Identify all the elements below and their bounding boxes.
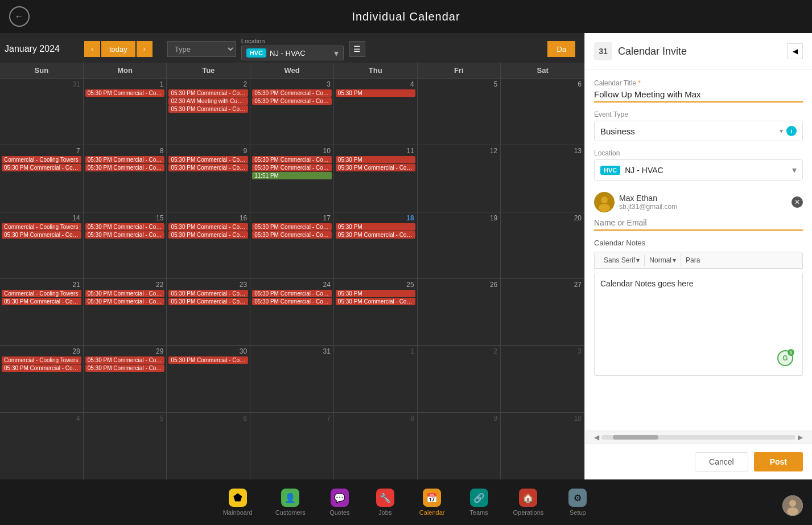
cancel-button[interactable]: Cancel — [695, 452, 748, 471]
user-avatar[interactable] — [782, 495, 803, 516]
da-button[interactable]: Da — [547, 41, 575, 57]
calendar-day[interactable]: 6 — [501, 79, 584, 145]
event-bar[interactable]: 05:30 PM Commercial - Cooling Towers — [85, 356, 165, 364]
event-bar[interactable]: 05:30 PM — [336, 156, 415, 163]
event-bar[interactable]: 05:30 PM Commercial - Cooling Towers — [2, 164, 81, 171]
calendar-day[interactable]: 2505:30 PM05:30 PM Commercial - Cooling … — [334, 279, 418, 345]
calendar-day[interactable]: 31 — [250, 346, 334, 412]
event-bar[interactable]: 05:30 PM Commercial - Cooling Towers — [252, 89, 332, 97]
nav-item-jobs[interactable]: 🔧 Jobs — [362, 484, 408, 520]
nav-item-mainboard[interactable]: ⬟ Mainboard — [212, 484, 264, 520]
calendar-day[interactable]: 1005:30 PM Commercial - Cooling Towers05… — [250, 145, 334, 211]
event-bar[interactable]: 05:30 PM — [336, 223, 415, 231]
calendar-day[interactable]: 8 — [334, 413, 418, 479]
calendar-day[interactable]: 405:30 PM — [334, 79, 418, 145]
location-field-arrow[interactable]: ▾ — [792, 165, 797, 175]
event-bar[interactable]: 05:30 PM Commercial - Cooling Towers — [168, 164, 248, 171]
prev-button[interactable]: ‹ — [84, 41, 100, 57]
nav-item-setup[interactable]: ⚙ Setup — [555, 484, 600, 520]
event-bar[interactable]: 05:30 PM Commercial - Cooling Towers — [85, 290, 165, 297]
calendar-day[interactable]: 305:30 PM Commercial - Cooling Towers05:… — [250, 79, 334, 145]
event-bar[interactable]: 05:30 PM — [336, 89, 415, 97]
calendar-day[interactable]: 3 — [501, 346, 584, 412]
event-bar[interactable]: 05:30 PM Commercial - Cooling Towers — [252, 164, 332, 171]
calendar-day[interactable]: 19 — [418, 212, 501, 278]
event-bar[interactable]: 05:30 PM Commercial - Cooling Towers — [168, 223, 248, 231]
calendar-day[interactable]: 1805:30 PM05:30 PM Commercial - Cooling … — [334, 212, 418, 278]
event-bar[interactable]: 05:30 PM Commercial - Cooling Towers — [168, 156, 248, 163]
event-bar[interactable]: 05:30 PM Commercial - Cooling Towers — [168, 105, 248, 113]
calendar-day[interactable]: 205:30 PM Commercial - Cooling Towers02:… — [167, 79, 250, 145]
remove-attendee-button[interactable]: ✕ — [792, 196, 803, 208]
scroll-left-button[interactable]: ◀ — [594, 433, 599, 441]
calendar-day[interactable]: 5 — [84, 413, 167, 479]
calendar-day[interactable]: 7Commercial - Cooling Towers05:30 PM Com… — [0, 145, 84, 211]
event-bar[interactable]: 05:30 PM Commercial - Cooling Towers — [252, 223, 332, 231]
event-bar[interactable]: 05:30 PM Commercial - Cooling Towers — [85, 156, 165, 163]
event-bar[interactable]: 05:30 PM Commercial - Cooling Towers — [252, 156, 332, 163]
calendar-day[interactable]: 7 — [250, 413, 334, 479]
calendar-day[interactable]: 4 — [0, 413, 84, 479]
calendar-day[interactable]: 1605:30 PM Commercial - Cooling Towers05… — [167, 212, 250, 278]
event-bar[interactable]: 05:30 PM Commercial - Cooling Towers — [168, 231, 248, 239]
notes-content-area[interactable]: Calendar Notes goes here G 1 — [594, 273, 803, 376]
calendar-day[interactable]: 2305:30 PM Commercial - Cooling Towers05… — [167, 279, 250, 345]
next-button[interactable]: › — [137, 41, 152, 57]
event-bar[interactable]: 05:30 PM Commercial - Cooling Towers — [2, 364, 81, 372]
calendar-day[interactable]: 1 — [334, 346, 418, 412]
nav-item-operations[interactable]: 🏠 Operations — [502, 484, 555, 520]
list-view-button[interactable]: ☰ — [349, 41, 365, 57]
calendar-day[interactable]: 10 — [501, 413, 584, 479]
event-bar[interactable]: 05:30 PM Commercial - Cooling Towers — [85, 223, 165, 231]
calendar-day[interactable]: 2205:30 PM Commercial - Cooling Towers05… — [84, 279, 167, 345]
calendar-day[interactable]: 1505:30 PM Commercial - Cooling Towers05… — [84, 212, 167, 278]
back-button[interactable]: ← — [9, 6, 30, 27]
calendar-day[interactable]: 3005:30 PM Commercial - Cooling Towers — [167, 346, 250, 412]
event-bar[interactable]: 05:30 PM — [336, 290, 415, 297]
event-bar[interactable]: 05:30 PM Commercial - Cooling Towers — [336, 231, 415, 239]
event-bar[interactable]: Commercial - Cooling Towers — [2, 356, 81, 364]
nav-item-customers[interactable]: 👤 Customers — [264, 484, 317, 520]
collapse-panel-button[interactable]: ◀ — [787, 43, 803, 59]
calendar-day[interactable]: 31 — [0, 79, 84, 145]
event-type-info-icon[interactable]: i — [786, 126, 797, 136]
event-bar[interactable]: 05:30 PM Commercial - Cooling Towers — [252, 298, 332, 305]
event-bar[interactable]: 05:30 PM Commercial - Cooling Towers — [85, 231, 165, 239]
event-bar[interactable]: 05:30 PM Commercial - Cooling Towers — [85, 364, 165, 372]
event-bar[interactable]: 05:30 PM Commercial - Cooling Towers — [168, 298, 248, 305]
event-bar[interactable]: 05:30 PM Commercial - Cooling Towers — [85, 164, 165, 171]
calendar-day[interactable]: 805:30 PM Commercial - Cooling Towers05:… — [84, 145, 167, 211]
calendar-day[interactable]: 13 — [501, 145, 584, 211]
scroll-right-button[interactable]: ▶ — [798, 433, 803, 441]
nav-item-calendar[interactable]: 📅 Calendar — [408, 484, 456, 520]
calendar-day[interactable]: 21Commercial - Cooling Towers05:30 PM Co… — [0, 279, 84, 345]
event-bar[interactable]: 05:30 PM Commercial - Cooling Towers — [252, 97, 332, 105]
calendar-day[interactable]: 20 — [501, 212, 584, 278]
event-bar[interactable]: 05:30 PM Commercial - Cooling Towers — [168, 89, 248, 97]
paragraph-selector[interactable]: Para — [681, 255, 704, 266]
event-bar[interactable]: 05:30 PM Commercial - Cooling Towers — [252, 231, 332, 239]
scroll-thumb[interactable] — [613, 435, 658, 440]
event-bar[interactable]: 05:30 PM Commercial - Cooling Towers — [85, 298, 165, 305]
event-bar[interactable]: Commercial - Cooling Towers — [2, 223, 81, 231]
name-email-input[interactable] — [594, 216, 803, 231]
calendar-day[interactable]: 6 — [167, 413, 250, 479]
calendar-day[interactable]: 14Commercial - Cooling Towers05:30 PM Co… — [0, 212, 84, 278]
calendar-day[interactable]: 105:30 PM Commercial - Cooling Towers — [84, 79, 167, 145]
event-bar[interactable]: 05:30 PM Commercial - Cooling Towers — [168, 290, 248, 297]
calendar-day[interactable]: 905:30 PM Commercial - Cooling Towers05:… — [167, 145, 250, 211]
event-bar[interactable]: 05:30 PM Commercial - Cooling Towers — [168, 356, 248, 364]
calendar-day[interactable]: 1105:30 PM05:30 PM Commercial - Cooling … — [334, 145, 418, 211]
event-bar[interactable]: 05:30 PM Commercial - Cooling Towers — [336, 164, 415, 171]
post-button[interactable]: Post — [754, 452, 803, 471]
event-bar[interactable]: 02:30 AM Meeting with Customer — [168, 97, 248, 105]
event-bar[interactable]: Commercial - Cooling Towers — [2, 290, 81, 297]
event-bar[interactable]: 11:51 PM — [252, 172, 332, 179]
font-family-selector[interactable]: Sans Serif ▾ — [599, 255, 645, 266]
calendar-day[interactable]: 9 — [418, 413, 501, 479]
calendar-day[interactable]: 2405:30 PM Commercial - Cooling Towers05… — [250, 279, 334, 345]
calendar-day[interactable]: 28Commercial - Cooling Towers05:30 PM Co… — [0, 346, 84, 412]
calendar-day[interactable]: 26 — [418, 279, 501, 345]
event-bar[interactable]: 05:30 PM Commercial - Cooling Towers — [2, 231, 81, 239]
event-bar[interactable]: 05:30 PM Commercial - Cooling Towers — [336, 298, 415, 305]
